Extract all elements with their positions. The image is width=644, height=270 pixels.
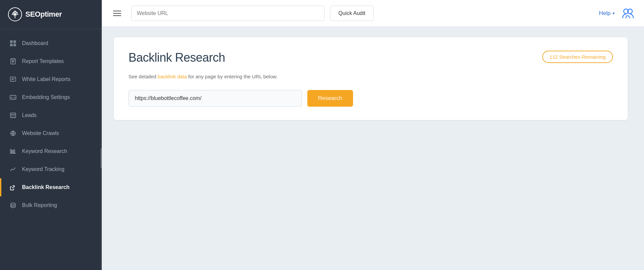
sidebar-item-white-label-reports[interactable]: White Label Reports [0,70,102,88]
svg-point-11 [13,133,14,134]
avatar-icon[interactable] [621,7,635,20]
logo-icon [8,7,22,21]
research-button[interactable]: Research [307,90,353,107]
sidebar-item-report-templates[interactable]: Report Templates [0,52,102,70]
svg-rect-14 [14,150,15,153]
help-label: Help [599,10,611,17]
url-input-wrap [131,6,325,21]
sidebar-item-keyword-tracking[interactable]: Keyword Tracking [0,160,102,178]
search-row: Research [128,90,613,107]
svg-rect-4 [10,44,13,46]
sidebar-item-label: Leads [22,112,37,118]
svg-rect-8 [10,95,16,99]
svg-rect-7 [10,77,16,81]
scrollbar-track [100,27,102,270]
card-description: See detailed backlink data for any page … [128,73,613,81]
sidebar-item-label: Backlink Research [22,184,69,190]
logo-text: SEOptimer [25,10,62,19]
embedding-icon [9,94,17,101]
svg-rect-5 [13,44,16,46]
report-icon [9,58,17,65]
crawls-icon [9,130,17,137]
svg-rect-12 [10,149,11,153]
chevron-down-icon: ▾ [613,11,615,16]
dashboard-icon [9,40,17,47]
svg-point-15 [15,168,16,169]
searches-remaining-badge: 112 Searches Remaining [542,51,613,63]
hamburger-line [113,13,121,14]
sidebar-item-label: White Label Reports [22,76,70,82]
backlink-data-link[interactable]: backlink data [158,74,187,79]
hamburger-line [113,15,121,16]
logo-area: SEOptimer [0,0,102,29]
white-label-icon [9,76,17,83]
sidebar-item-label: Dashboard [22,40,48,46]
hamburger-line [113,11,121,11]
svg-rect-13 [12,150,13,153]
research-url-input[interactable] [128,90,302,107]
backlink-research-card: Backlink Research 112 Searches Remaining… [114,37,628,120]
quick-audit-button[interactable]: Quick Audit [330,6,374,21]
bulk-icon [9,202,17,209]
sidebar-item-label: Keyword Tracking [22,166,64,172]
sidebar-item-label: Embedding Settings [22,94,70,100]
page-content: Backlink Research 112 Searches Remaining… [102,27,644,270]
scrollbar-thumb[interactable] [100,148,102,168]
leads-icon [9,112,17,119]
backlink-icon [9,184,17,191]
sidebar-item-bulk-reporting[interactable]: Bulk Reporting [0,196,102,214]
sidebar: SEOptimer Dashboard [0,0,102,270]
sidebar-item-keyword-research[interactable]: Keyword Research [0,142,102,160]
page-title: Backlink Research [128,51,225,65]
svg-point-16 [11,203,15,205]
topbar-right: Help ▾ [599,7,635,20]
svg-rect-2 [10,40,13,43]
desc-rest: for any page by entering the URL below. [187,74,277,79]
svg-rect-3 [13,40,16,43]
sidebar-item-label: Keyword Research [22,148,67,154]
topbar: Quick Audit Help ▾ [102,0,644,27]
sidebar-item-backlink-research[interactable]: Backlink Research [0,178,102,196]
sidebar-item-label: Report Templates [22,58,64,64]
keyword-tracking-icon [9,166,17,173]
help-button[interactable]: Help ▾ [599,10,615,17]
sidebar-item-label: Bulk Reporting [22,202,57,208]
sidebar-item-dashboard[interactable]: Dashboard [0,34,102,52]
main-area: Quick Audit Help ▾ Backlink Research 112… [102,0,644,270]
card-header: Backlink Research 112 Searches Remaining [128,51,613,65]
menu-toggle-button[interactable] [111,9,123,18]
desc-text: See detailed [128,74,158,79]
sidebar-item-leads[interactable]: Leads [0,106,102,124]
website-url-input[interactable] [131,6,325,21]
sidebar-item-website-crawls[interactable]: Website Crawls [0,124,102,142]
sidebar-item-label: Website Crawls [22,130,59,136]
sidebar-nav: Dashboard Report Templates [0,29,102,270]
sidebar-item-embedding-settings[interactable]: Embedding Settings [0,88,102,106]
keyword-research-icon [9,148,17,155]
